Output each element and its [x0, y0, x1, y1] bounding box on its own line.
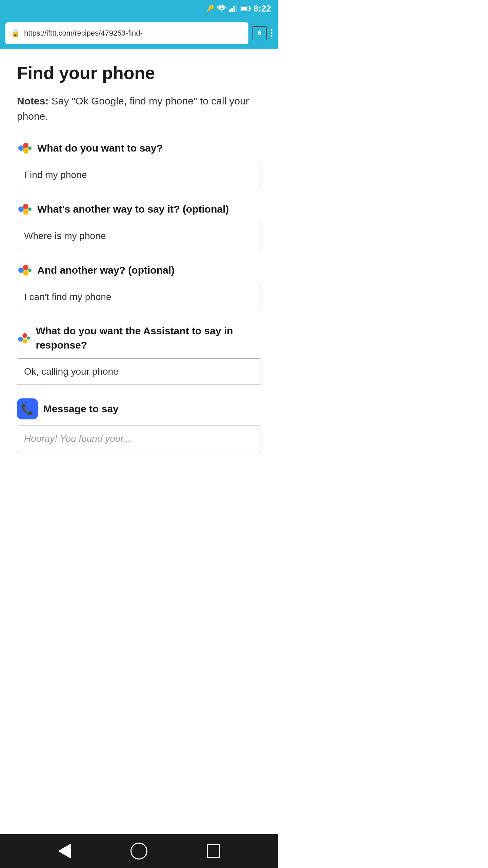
wifi-icon: [217, 5, 226, 12]
page-content: Find your phone Notes: Say "Ok Google, f…: [0, 49, 278, 479]
svg-rect-4: [236, 5, 237, 12]
notes-label: Notes:: [17, 95, 48, 106]
section-label-1: What do you want to say?: [17, 141, 261, 156]
svg-point-9: [23, 143, 28, 148]
section-title-1: What do you want to say?: [37, 141, 163, 155]
browser-menu-button[interactable]: [271, 29, 272, 37]
section-label-4: What do you want the Assistant to say in…: [17, 324, 261, 352]
section-title-2: What's another way to say it? (optional): [37, 202, 229, 216]
section-what-to-say: What do you want to say?: [17, 141, 261, 188]
svg-point-16: [18, 268, 24, 273]
section-title-3: And another way? (optional): [37, 263, 175, 277]
svg-point-21: [22, 333, 27, 338]
svg-point-19: [28, 269, 32, 272]
svg-point-14: [23, 209, 28, 215]
phone-icon: 📞: [21, 402, 34, 415]
url-bar[interactable]: 🔒 https://ifttt.com/recipes/479253-find-: [5, 22, 248, 44]
google-assistant-icon-2: [17, 202, 32, 217]
google-assistant-icon-3: [17, 263, 32, 278]
lock-icon: 🔒: [11, 29, 20, 38]
browser-bar: 🔒 https://ifttt.com/recipes/479253-find-…: [0, 17, 278, 49]
svg-rect-3: [233, 6, 235, 12]
svg-point-18: [23, 270, 28, 276]
phone-icon-circle: 📞: [17, 398, 38, 419]
message-title: Message to say: [43, 403, 119, 415]
tab-count[interactable]: 6: [252, 26, 267, 40]
svg-point-10: [23, 148, 28, 154]
another-way-input[interactable]: [17, 223, 261, 249]
key-icon: 🔑: [207, 5, 214, 12]
svg-point-17: [23, 265, 28, 270]
svg-point-11: [28, 146, 32, 150]
signal-icon: [229, 5, 237, 12]
section-another-way: What's another way to say it? (optional): [17, 202, 261, 249]
url-text: https://ifttt.com/recipes/479253-find-: [24, 29, 243, 38]
google-assistant-icon-1: [17, 141, 32, 156]
section-title-4: What do you want the Assistant to say in…: [36, 324, 261, 352]
svg-point-12: [18, 206, 24, 212]
svg-point-22: [22, 339, 27, 343]
response-input[interactable]: [17, 358, 261, 385]
svg-rect-6: [241, 7, 247, 10]
svg-point-8: [18, 145, 24, 151]
svg-point-15: [28, 208, 32, 211]
status-time: 8:22: [253, 3, 271, 14]
message-section: 📞 Message to say: [17, 398, 261, 452]
message-input[interactable]: [17, 426, 261, 452]
what-to-say-input[interactable]: [17, 162, 261, 188]
google-assistant-icon-4: [17, 331, 30, 346]
section-another-way-2: And another way? (optional): [17, 263, 261, 310]
page-title: Find your phone: [17, 63, 261, 83]
notes-paragraph: Notes: Say "Ok Google, find my phone" to…: [17, 93, 261, 124]
section-label-2: What's another way to say it? (optional): [17, 202, 261, 217]
svg-point-13: [23, 204, 28, 209]
svg-point-0: [221, 11, 222, 13]
svg-rect-1: [229, 9, 231, 12]
message-label: 📞 Message to say: [17, 398, 261, 419]
notes-content: Say "Ok Google, find my phone" to call y…: [17, 95, 249, 122]
status-icons: 🔑 8:22: [207, 3, 271, 14]
svg-point-23: [27, 337, 30, 340]
status-bar: 🔑 8:22: [0, 0, 278, 17]
svg-point-20: [18, 337, 23, 341]
section-label-3: And another way? (optional): [17, 263, 261, 278]
battery-icon: [240, 5, 251, 12]
svg-rect-7: [250, 7, 251, 9]
another-way-2-input[interactable]: [17, 284, 261, 310]
svg-rect-2: [231, 8, 233, 12]
section-response: What do you want the Assistant to say in…: [17, 324, 261, 385]
